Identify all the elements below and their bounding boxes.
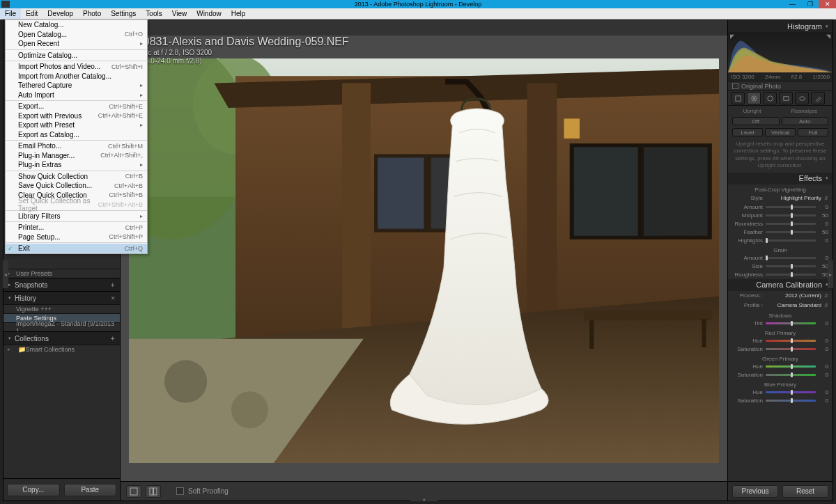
menu-item[interactable]: Export...Ctrl+Shift+E [6, 102, 147, 111]
menu-item[interactable]: Show Quick CollectionCtrl+B [6, 172, 147, 182]
crop-tool[interactable] [731, 92, 745, 104]
menu-item[interactable]: Import Photos and Video...Ctrl+Shift+I [6, 62, 147, 72]
history-item[interactable]: Vignette +++ [3, 304, 120, 313]
snapshots-header[interactable]: ▸Snapshots+ [3, 278, 120, 291]
grad-filter-tool[interactable] [779, 92, 793, 104]
menu-item[interactable]: Plug-in Manager...Ctrl+Alt+Shift+, [6, 151, 147, 161]
svg-point-27 [767, 95, 772, 100]
svg-point-16 [164, 360, 207, 402]
menu-item[interactable]: Library Filters▸ [6, 212, 147, 221]
menu-item[interactable]: Import from Another Catalog... [6, 72, 147, 81]
menu-edit[interactable]: Edit [21, 8, 42, 19]
menu-item[interactable]: Tethered Capture▸ [6, 81, 147, 90]
profile-select[interactable]: Camera Standard [766, 302, 821, 308]
effects-header[interactable]: Effects▾ [728, 173, 833, 184]
before-after-button[interactable] [146, 485, 161, 498]
histogram[interactable]: ◤ ◥ [728, 32, 833, 72]
vignette-highlights-slider[interactable] [766, 239, 816, 242]
red-hue-slider[interactable] [766, 340, 816, 342]
vignette-midpoint-slider[interactable] [766, 214, 816, 216]
photo-preview[interactable] [129, 58, 719, 463]
menu-item[interactable]: New Catalog... [6, 20, 147, 30]
add-collection-icon[interactable]: + [111, 334, 115, 342]
red-sat-slider[interactable] [766, 348, 816, 350]
svg-point-29 [799, 96, 804, 100]
user-presets-row[interactable]: ▸User Presets [3, 269, 120, 278]
menu-item[interactable]: Email Photo...Ctrl+Shift+M [6, 141, 147, 151]
menu-item[interactable]: Page Setup...Ctrl+Shift+P [6, 233, 147, 242]
green-sat-slider[interactable] [766, 374, 816, 376]
menu-develop[interactable]: Develop [42, 8, 78, 19]
menu-item[interactable]: Export with Preset▸ [6, 120, 147, 130]
menu-item[interactable]: Export as Catalog... [6, 130, 147, 140]
shadow-clip-icon[interactable]: ◤ [730, 33, 734, 40]
blue-hue-slider[interactable] [766, 391, 816, 393]
vignette-style-select[interactable]: Highlight Priority [766, 195, 821, 201]
menu-item: Set Quick Collection as TargetCtrl+Shift… [6, 200, 147, 210]
highlight-clip-icon[interactable]: ◥ [826, 33, 830, 40]
green-hue-slider[interactable] [766, 365, 816, 368]
add-snapshot-icon[interactable]: + [111, 281, 115, 289]
window-maximize-button[interactable]: ❐ [801, 0, 819, 8]
menu-item[interactable]: Optimize Catalog... [6, 51, 147, 61]
filename-overlay: 130831-Alexis and Davis Wedding-059.NEF [131, 36, 349, 48]
histogram-header[interactable]: Histogram▾ [728, 20, 833, 32]
upright-auto-button[interactable]: Auto [782, 117, 829, 125]
process-select[interactable]: 2012 (Current) [766, 292, 821, 299]
loupe-view-button[interactable] [126, 485, 141, 498]
menu-window[interactable]: Window [192, 8, 226, 19]
menu-item[interactable]: Printer...Ctrl+P [6, 223, 147, 233]
vignette-feather-slider[interactable] [766, 231, 816, 233]
upright-vertical-button[interactable]: Vertical [765, 128, 796, 136]
upright-full-button[interactable]: Full [798, 128, 828, 136]
collections-header[interactable]: ▾Collections+ [3, 331, 120, 345]
menu-settings[interactable]: Settings [106, 8, 141, 19]
vignette-roundness-slider[interactable] [766, 223, 816, 225]
menu-file[interactable]: File [0, 8, 21, 19]
menu-item[interactable]: Open Catalog...Ctrl+O [6, 30, 147, 40]
copy-button[interactable]: Copy... [7, 484, 60, 496]
history-item[interactable]: Import/MegaZ - Standard (9/1/2013 1... [3, 322, 120, 331]
menu-item[interactable]: Open Recent▸ [6, 39, 147, 49]
soft-proofing-checkbox[interactable] [176, 487, 184, 495]
blue-sat-slider[interactable] [766, 400, 816, 402]
menu-item[interactable]: Export with PreviousCtrl+Alt+Shift+E [6, 111, 147, 121]
shadows-tint-slider[interactable] [766, 322, 816, 324]
menu-item[interactable]: Plug-in Extras▸ [6, 160, 147, 170]
menu-item[interactable]: Save Quick Collection...Ctrl+Alt+B [6, 181, 147, 191]
menu-photo[interactable]: Photo [78, 8, 106, 19]
radial-filter-tool[interactable] [795, 92, 809, 104]
menu-item[interactable]: ✓ExitCtrl+Q [6, 244, 147, 253]
right-panel-toggle[interactable]: ▸ [828, 260, 833, 288]
upright-level-button[interactable]: Level [732, 128, 763, 136]
grain-size-slider[interactable] [766, 265, 816, 267]
svg-rect-8 [378, 158, 424, 229]
file-menu-dropdown: New Catalog...Open Catalog...Ctrl+OOpen … [5, 19, 148, 254]
spot-tool[interactable] [747, 92, 761, 104]
upright-label: Upright [743, 108, 761, 114]
brush-tool[interactable] [811, 92, 825, 104]
svg-rect-5 [342, 83, 371, 367]
paste-button[interactable]: Paste [64, 484, 117, 496]
upright-off-button[interactable]: Off [732, 117, 780, 125]
left-panel-toggle[interactable]: ◂ [3, 260, 8, 288]
reset-button[interactable]: Reset [782, 485, 828, 498]
menu-help[interactable]: Help [226, 8, 251, 19]
window-minimize-button[interactable]: — [784, 0, 801, 8]
grain-roughness-slider[interactable] [766, 274, 816, 276]
previous-button[interactable]: Previous [732, 485, 778, 498]
clear-history-icon[interactable]: × [111, 294, 115, 302]
camera-calibration-header[interactable]: Camera Calibration▾ [728, 279, 833, 291]
menubar: File Edit Develop Photo Settings Tools V… [0, 8, 836, 19]
smart-collections-row[interactable]: ▸ 📁 Smart Collections [3, 345, 120, 354]
history-header[interactable]: ▾History× [3, 291, 120, 304]
redeye-tool[interactable] [763, 92, 777, 104]
grain-amount-slider[interactable] [766, 257, 816, 259]
menu-view[interactable]: View [167, 8, 192, 19]
menu-tools[interactable]: Tools [141, 8, 167, 19]
vignette-amount-slider[interactable] [766, 206, 816, 208]
filmstrip-toggle[interactable]: ▴ [410, 496, 438, 501]
menu-item[interactable]: Auto Import▸ [6, 90, 147, 100]
original-photo-toggle[interactable]: Original Photo [728, 81, 833, 90]
window-close-button[interactable]: ✕ [819, 0, 836, 8]
